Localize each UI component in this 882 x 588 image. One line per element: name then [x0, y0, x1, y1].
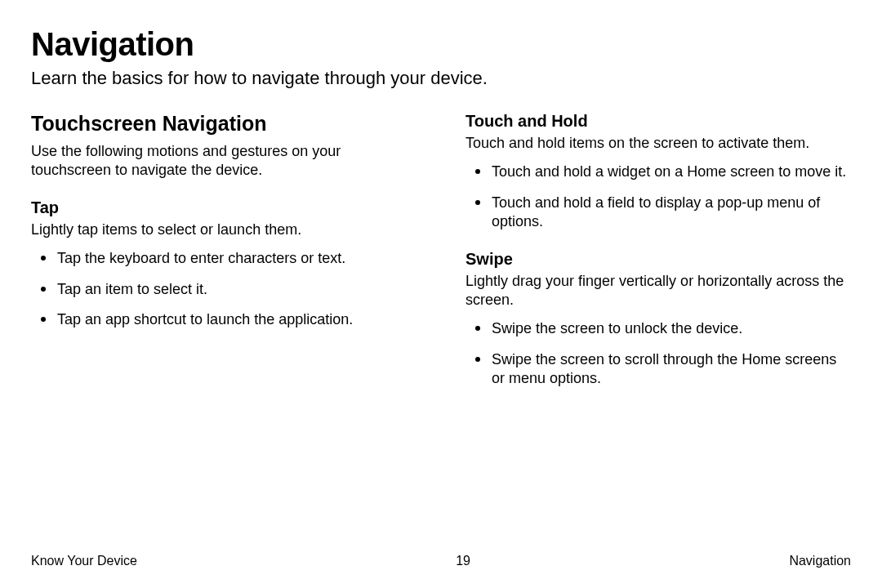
- touchhold-heading: Touch and Hold: [466, 112, 851, 131]
- list-item: Swipe the screen to scroll through the H…: [480, 350, 851, 389]
- page-subtitle: Learn the basics for how to navigate thr…: [31, 68, 851, 89]
- section-heading-touchscreen: Touchscreen Navigation: [31, 112, 416, 136]
- swipe-desc: Lightly drag your finger vertically or h…: [466, 272, 851, 310]
- tap-desc: Lightly tap items to select or launch th…: [31, 220, 416, 239]
- page-footer: Know Your Device 19 Navigation: [0, 554, 882, 568]
- page-title: Navigation: [31, 26, 851, 63]
- list-item: Touch and hold a field to display a pop-…: [480, 194, 851, 232]
- touchhold-list: Touch and hold a widget on a Home screen…: [466, 163, 851, 231]
- footer-right: Navigation: [789, 554, 851, 568]
- footer-page-number: 19: [456, 554, 470, 568]
- swipe-heading: Swipe: [466, 250, 851, 269]
- section-intro: Use the following motions and gestures o…: [31, 142, 416, 180]
- list-item: Swipe the screen to unlock the device.: [480, 319, 851, 338]
- swipe-list: Swipe the screen to unlock the device. S…: [466, 319, 851, 388]
- list-item: Touch and hold a widget on a Home screen…: [480, 163, 851, 181]
- content-columns: Touchscreen Navigation Use the following…: [31, 112, 851, 400]
- left-column: Touchscreen Navigation Use the following…: [31, 112, 416, 400]
- touchhold-desc: Touch and hold items on the screen to ac…: [466, 134, 851, 153]
- list-item: Tap the keyboard to enter characters or …: [46, 249, 416, 268]
- right-column: Touch and Hold Touch and hold items on t…: [466, 112, 851, 400]
- tap-heading: Tap: [31, 198, 416, 217]
- list-item: Tap an app shortcut to launch the applic…: [46, 310, 416, 329]
- list-item: Tap an item to select it.: [46, 280, 416, 299]
- tap-list: Tap the keyboard to enter characters or …: [31, 249, 416, 329]
- footer-left: Know Your Device: [31, 554, 137, 568]
